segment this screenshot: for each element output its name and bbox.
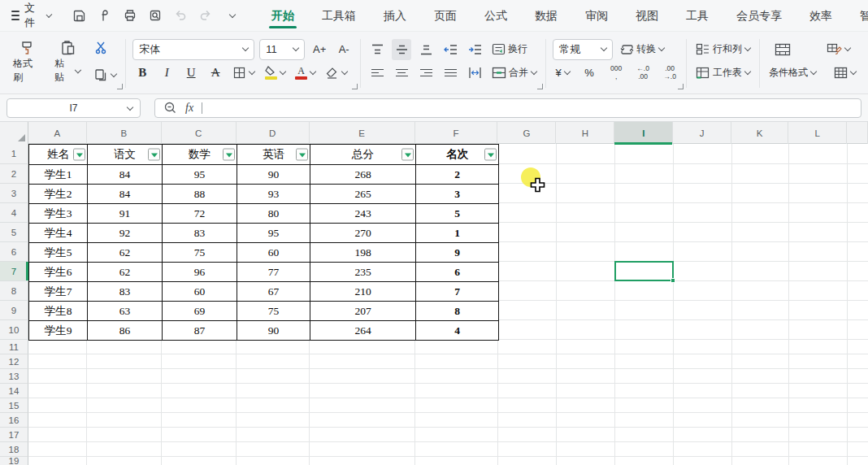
justify-button[interactable] [441,63,460,84]
table-cell[interactable]: 8 [416,302,499,321]
qat-more-button[interactable] [222,7,240,24]
table-cell[interactable]: 83 [163,224,237,243]
table-cell[interactable]: 80 [237,204,310,224]
table-cell[interactable]: 270 [310,224,416,243]
row-header[interactable]: 13 [0,369,28,384]
row-header[interactable]: 1 [0,144,28,164]
row-header[interactable]: 6 [0,242,28,262]
table-cell[interactable]: 96 [163,263,237,282]
column-header[interactable]: D [237,122,310,144]
table-style-button[interactable] [831,63,858,84]
format-painter-button[interactable]: 格式刷 [10,36,43,86]
export-pdf-button[interactable] [96,7,114,24]
filter-button[interactable] [401,149,414,161]
row-header[interactable]: 12 [0,354,28,369]
table-cell[interactable]: 学生7 [29,282,88,302]
menu-tab[interactable]: 智能工具箱 [846,0,868,31]
row-header[interactable]: 9 [0,301,28,320]
table-cell[interactable]: 95 [163,165,237,185]
table-cell[interactable]: 学生1 [29,165,88,185]
table-cell[interactable]: 7 [416,282,499,302]
table-cell[interactable]: 学生5 [29,243,88,263]
fx-icon[interactable]: fx [185,102,193,115]
rows-columns-button[interactable]: 行和列 [693,39,753,60]
column-header[interactable]: F [415,122,498,144]
formula-input[interactable]: fx [154,98,861,118]
menu-tab[interactable]: 工具箱 [308,0,370,31]
filter-button[interactable] [148,149,160,161]
column-header[interactable] [847,122,868,144]
row-header[interactable]: 7 [0,262,28,281]
merge-style-button[interactable] [772,39,793,60]
column-header[interactable]: L [788,122,847,144]
fill-color-button[interactable] [262,63,288,84]
strikethrough-button[interactable]: A [206,63,225,84]
column-header[interactable]: I [614,122,673,144]
table-cell[interactable]: 6 [416,263,499,282]
table-header-cell[interactable]: 数学 [163,145,237,165]
name-box[interactable]: I7 [7,98,141,118]
menu-tab[interactable]: 视图 [622,0,672,31]
wrap-text-button[interactable]: 换行 [489,39,530,60]
table-cell[interactable]: 75 [163,243,237,263]
fill-handle[interactable] [671,278,675,283]
table-cell[interactable]: 265 [310,185,416,204]
table-header-cell[interactable]: 姓名 [29,145,88,165]
decrease-indent-button[interactable] [441,39,460,60]
table-cell[interactable]: 学生2 [29,185,88,204]
font-color-button[interactable]: A [293,63,318,84]
currency-format-button[interactable]: ¥ [553,63,572,84]
table-cell[interactable]: 学生8 [29,302,88,321]
cell-style-brush-button[interactable] [824,39,853,60]
menu-tab[interactable]: 工具 [672,0,723,31]
table-header-cell[interactable]: 名次 [416,145,499,165]
menu-tab[interactable]: 会员专享 [723,0,796,31]
row-header[interactable]: 3 [0,184,28,203]
cut-button[interactable] [91,37,112,58]
print-preview-button[interactable] [146,7,164,24]
table-cell[interactable]: 63 [88,302,163,321]
align-middle-button[interactable] [392,39,411,60]
align-bottom-button[interactable] [416,39,436,60]
increase-font-button[interactable]: A+ [310,39,329,60]
sheet-canvas[interactable]: ABCDEFGHIJKL 123456789101112131415161718… [0,122,868,465]
text-orientation-button[interactable] [465,63,484,84]
dialog-launcher-icon[interactable] [537,84,543,89]
column-header[interactable]: G [497,122,556,144]
paste-button[interactable]: 粘贴 [51,36,83,86]
table-cell[interactable]: 60 [237,243,310,263]
row-header[interactable]: 2 [0,164,28,184]
table-cell[interactable]: 60 [163,282,237,302]
print-button[interactable] [121,7,139,24]
table-cell[interactable]: 62 [88,243,163,263]
table-cell[interactable]: 91 [88,204,163,224]
table-cell[interactable]: 95 [237,224,310,243]
table-cell[interactable]: 210 [310,282,416,302]
undo-button[interactable] [171,7,189,24]
worksheet-button[interactable]: 工作表 [693,63,753,84]
row-header[interactable]: 11 [0,340,28,354]
table-cell[interactable]: 75 [237,302,310,321]
filter-button[interactable] [223,149,235,161]
table-cell[interactable]: 87 [163,321,237,341]
file-menu-button[interactable]: 文件 [0,0,59,31]
table-cell[interactable]: 学生9 [29,321,88,341]
table-cell[interactable]: 83 [88,282,163,302]
table-cell[interactable]: 90 [237,165,310,185]
column-header[interactable]: C [162,122,237,144]
dialog-launcher-icon[interactable] [352,84,358,89]
filter-button[interactable] [296,149,308,161]
table-header-cell[interactable]: 语文 [88,145,163,165]
column-header[interactable]: H [556,122,614,144]
table-cell[interactable]: 学生4 [29,224,88,243]
row-header[interactable]: 16 [0,413,28,428]
row-header[interactable]: 5 [0,223,28,242]
save-button[interactable] [71,7,89,24]
borders-button[interactable] [230,63,257,84]
table-cell[interactable]: 67 [237,282,310,302]
row-header[interactable]: 14 [0,384,28,398]
table-cell[interactable]: 62 [88,263,163,282]
table-cell[interactable]: 2 [416,165,499,185]
merge-cells-button[interactable]: 合并 [489,63,539,84]
underline-button[interactable]: U [181,63,201,84]
